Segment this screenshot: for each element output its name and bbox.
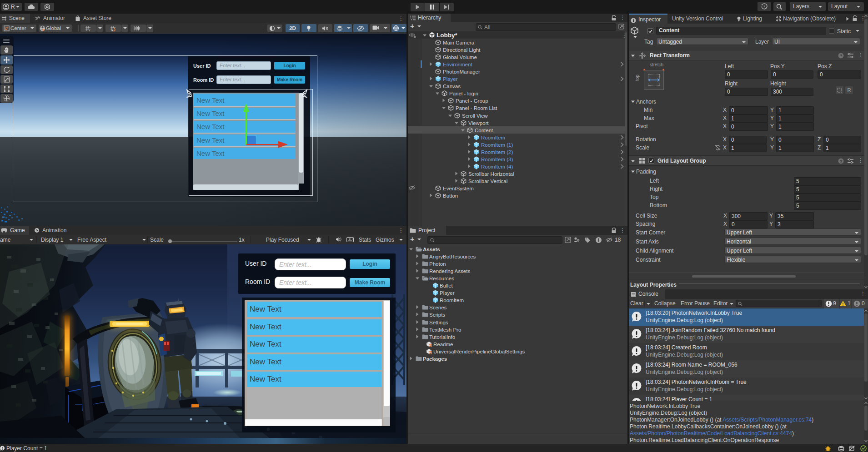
svg-text:?: ?: [840, 159, 843, 164]
svg-text:?: ?: [840, 54, 843, 58]
svg-text:Y: Y: [88, 29, 90, 31]
